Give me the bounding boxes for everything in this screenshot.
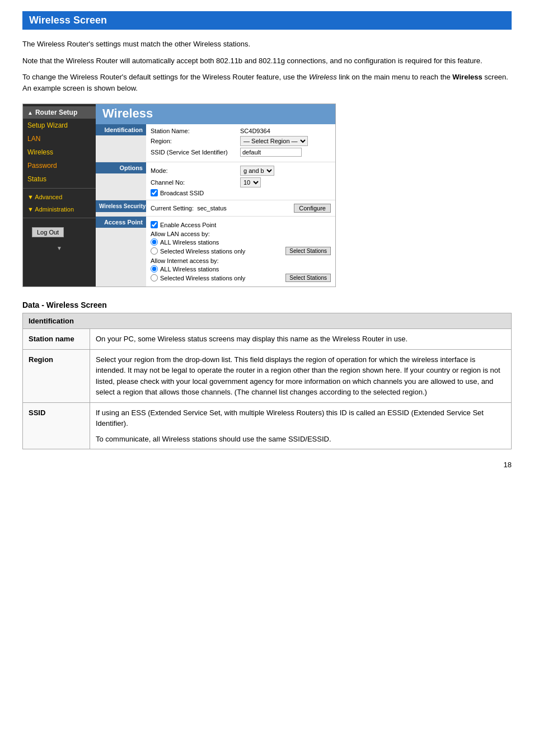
wireless-panel: Wireless Identification Station Name: SC…: [96, 104, 335, 287]
identification-label: Identification: [96, 124, 146, 135]
options-label: Options: [96, 162, 146, 173]
selected-only-lan-label: Selected Wireless stations only: [160, 248, 245, 255]
mode-row: Mode: g and b: [151, 166, 331, 176]
mode-label: Mode:: [151, 167, 240, 174]
all-wireless-lan-label: ALL Wireless stations: [160, 239, 219, 246]
current-setting-label: Current Setting: sec_status: [151, 205, 227, 212]
wireless-security-label-cell: Wireless Security: [96, 200, 146, 216]
sidebar-divider-2: [23, 218, 96, 218]
allow-internet-label: Allow Internet access by:: [151, 257, 331, 264]
wireless-security-section: Wireless Security Current Setting: sec_s…: [96, 200, 335, 217]
select-stations-internet-button[interactable]: Select Stations: [285, 274, 331, 282]
station-name-value: SC4D9364: [240, 128, 270, 134]
intro-para-3: To change the Wireless Router's default …: [22, 72, 512, 93]
scroll-indicator: ▼: [23, 244, 96, 252]
identification-section: Identification Station Name: SC4D9364 Re…: [96, 124, 335, 162]
station-name-header: Station name: [23, 329, 90, 350]
selected-only-lan-radio-row: Selected Wireless stations only: [151, 247, 245, 255]
options-fields: Mode: g and b Channel No: 10 Broadcast S…: [146, 162, 335, 200]
region-row: Region: — Select Region —: [151, 136, 331, 146]
mode-select[interactable]: g and b: [240, 166, 274, 176]
channel-label: Channel No:: [151, 179, 240, 186]
channel-select[interactable]: 10: [240, 177, 261, 187]
table-row: SSID If using an ESS (Extended Service S…: [23, 402, 512, 449]
broadcast-ssid-row: Broadcast SSID: [151, 189, 331, 196]
enable-ap-checkbox[interactable]: [151, 221, 158, 228]
all-wireless-lan-row: ALL Wireless stations: [151, 238, 331, 246]
ssid-content-p2: To communicate, all Wireless stations sh…: [96, 434, 505, 445]
page-title: Wireless Screen: [22, 11, 512, 30]
sidebar-item-wireless[interactable]: Wireless: [23, 145, 96, 159]
wireless-security-label: Wireless Security: [96, 200, 146, 212]
access-point-label-cell: Access Point: [96, 217, 146, 287]
intro-para-2: Note that the Wireless Router will autom…: [22, 55, 512, 67]
selected-only-lan-radio[interactable]: [151, 247, 158, 255]
scroll-up-icon: ▲: [27, 110, 33, 116]
all-wireless-internet-radio[interactable]: [151, 265, 158, 273]
options-section: Options Mode: g and b Channel No: 10: [96, 162, 335, 200]
region-header: Region: [23, 349, 90, 402]
selected-only-internet-radio[interactable]: [151, 274, 158, 281]
all-wireless-lan-radio[interactable]: [151, 238, 158, 246]
all-wireless-internet-row: ALL Wireless stations: [151, 265, 331, 273]
security-current-row: Current Setting: sec_status Configure: [151, 204, 331, 213]
wireless-title: Wireless: [96, 104, 335, 124]
sidebar-item-password[interactable]: Password: [23, 159, 96, 172]
data-table: Identification Station name On your PC, …: [22, 313, 512, 449]
broadcast-ssid-checkbox[interactable]: [151, 189, 158, 196]
select-stations-lan-button[interactable]: Select Stations: [285, 247, 331, 255]
allow-lan-label: Allow LAN access by:: [151, 231, 331, 237]
ssid-row: SSID (Service Set Identifier): [151, 148, 331, 157]
selected-only-internet-label: Selected Wireless stations only: [160, 275, 245, 281]
access-point-section: Access Point Enable Access Point Allow L…: [96, 217, 335, 287]
ssid-content-p1: If using an ESS (Extended Service Set, w…: [96, 407, 505, 429]
table-row: Station name On your PC, some Wireless s…: [23, 329, 512, 350]
screenshot-mockup: ▲ Router Setup Setup Wizard LAN Wireless…: [22, 104, 336, 287]
sidebar-item-advanced[interactable]: ▼ Advanced: [23, 191, 96, 203]
access-point-fields: Enable Access Point Allow LAN access by:…: [146, 217, 335, 287]
station-name-label: Station Name:: [151, 128, 240, 134]
selected-only-internet-radio-row: Selected Wireless stations only: [151, 274, 245, 281]
sidebar: ▲ Router Setup Setup Wizard LAN Wireless…: [23, 104, 96, 287]
page-number: 18: [22, 461, 512, 469]
selected-only-internet-row: Selected Wireless stations only Select S…: [151, 274, 331, 282]
ssid-header: SSID: [23, 402, 90, 449]
table-section-header: Identification: [23, 313, 512, 329]
sidebar-item-lan[interactable]: LAN: [23, 132, 96, 145]
broadcast-ssid-label: Broadcast SSID: [160, 190, 204, 196]
enable-ap-label: Enable Access Point: [160, 222, 216, 228]
station-name-content: On your PC, some Wireless status screens…: [90, 329, 512, 350]
enable-ap-row: Enable Access Point: [151, 221, 331, 228]
region-content: Select your region from the drop-down li…: [90, 349, 512, 402]
sidebar-item-status[interactable]: Status: [23, 172, 96, 186]
table-row: Region Select your region from the drop-…: [23, 349, 512, 402]
sidebar-item-admin[interactable]: ▼ Administration: [23, 203, 96, 215]
ssid-input[interactable]: [240, 148, 302, 157]
selected-only-lan-row: Selected Wireless stations only Select S…: [151, 247, 331, 255]
intro-para-1: The Wireless Router's settings must matc…: [22, 39, 512, 50]
region-label: Region:: [151, 138, 240, 144]
station-name-row: Station Name: SC4D9364: [151, 128, 331, 134]
data-table-title: Data - Wireless Screen: [22, 300, 512, 309]
sidebar-divider-1: [23, 188, 96, 189]
access-point-label: Access Point: [96, 217, 146, 228]
sidebar-header: ▲ Router Setup: [23, 106, 96, 119]
options-label-cell: Options: [96, 162, 146, 200]
logout-button[interactable]: Log Out: [32, 227, 64, 237]
wireless-security-fields: Current Setting: sec_status Configure: [146, 200, 335, 216]
ssid-label: SSID (Service Set Identifier): [151, 149, 240, 156]
identification-fields: Station Name: SC4D9364 Region: — Select …: [146, 124, 335, 162]
sidebar-item-setup-wizard[interactable]: Setup Wizard: [23, 119, 96, 132]
ssid-content: If using an ESS (Extended Service Set, w…: [90, 402, 512, 449]
all-wireless-internet-label: ALL Wireless stations: [160, 266, 219, 273]
identification-label-cell: Identification: [96, 124, 146, 162]
configure-button[interactable]: Configure: [294, 204, 331, 213]
channel-row: Channel No: 10: [151, 177, 331, 187]
region-select[interactable]: — Select Region —: [240, 136, 308, 146]
